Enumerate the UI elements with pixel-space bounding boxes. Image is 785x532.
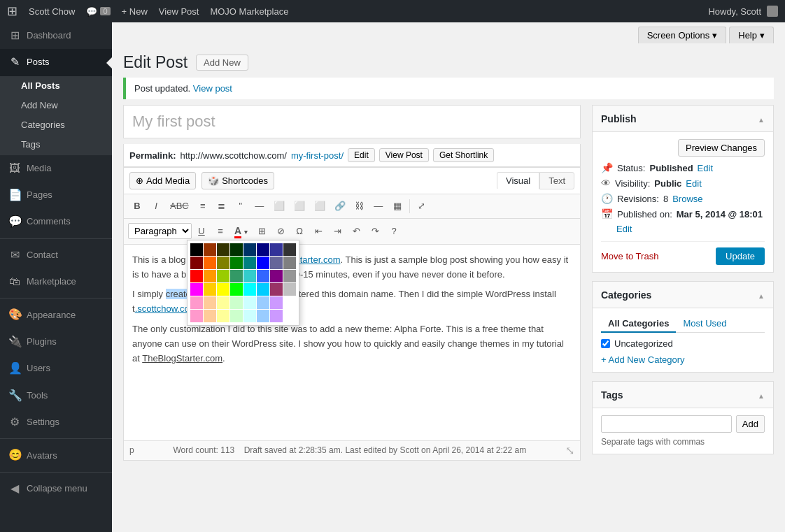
color-swatch[interactable] — [217, 310, 229, 322]
color-swatch[interactable] — [257, 283, 269, 296]
categories-metabox-header[interactable]: Categories — [593, 282, 773, 308]
move-to-trash-link[interactable]: Move to Trash — [601, 251, 658, 261]
permalink-url[interactable]: my-first-post/ — [291, 150, 344, 161]
special-chars-button[interactable]: Ω — [290, 222, 309, 240]
sidebar-item-posts[interactable]: ✎ Posts — [0, 49, 112, 76]
color-swatch[interactable] — [243, 283, 256, 296]
color-swatch[interactable] — [283, 296, 296, 309]
color-swatch[interactable] — [204, 270, 216, 282]
sidebar-item-dashboard[interactable]: ⊞ Dashboard — [0, 22, 112, 49]
color-swatch[interactable] — [270, 243, 283, 256]
sidebar-item-comments[interactable]: 💬 Comments — [0, 208, 112, 235]
color-swatch[interactable] — [230, 257, 243, 269]
adminbar-comments[interactable]: 💬 0 — [86, 6, 110, 17]
color-swatch[interactable] — [217, 243, 229, 256]
unordered-list-button[interactable]: ≡ — [194, 197, 212, 215]
color-swatch[interactable] — [204, 283, 216, 296]
color-swatch[interactable] — [230, 270, 243, 282]
screen-options-button[interactable]: Screen Options ▾ — [638, 27, 727, 43]
color-swatch[interactable] — [270, 296, 283, 309]
color-swatch[interactable] — [243, 310, 256, 322]
sidebar-item-avatars[interactable]: 😊 Avatars — [0, 442, 112, 468]
publish-metabox-header[interactable]: Publish — [593, 106, 773, 132]
color-swatch[interactable] — [190, 243, 203, 256]
redo-button[interactable]: ↷ — [366, 222, 384, 240]
color-swatch[interactable] — [243, 257, 256, 269]
align-left-button[interactable]: ⬜ — [269, 197, 289, 215]
color-swatch[interactable] — [257, 243, 269, 256]
sidebar-item-media[interactable]: 🖼 Media — [0, 155, 112, 182]
strikethrough-button[interactable]: ABC — [166, 197, 193, 215]
view-post-link[interactable]: View post — [193, 83, 232, 94]
outdent-button[interactable]: ⇤ — [309, 222, 327, 240]
view-post-button[interactable]: View Post — [379, 148, 429, 162]
preview-changes-button[interactable]: Preview Changes — [678, 139, 765, 157]
edit-date-link[interactable]: Edit — [616, 224, 632, 234]
color-swatch[interactable] — [190, 296, 203, 309]
insert-link-button[interactable]: 🔗 — [330, 197, 350, 215]
color-swatch[interactable] — [257, 296, 269, 309]
sidebar-item-appearance[interactable]: 🎨 Appearance — [0, 301, 112, 328]
color-swatch[interactable] — [230, 243, 243, 256]
color-swatch[interactable] — [270, 257, 283, 269]
color-swatch[interactable] — [217, 296, 229, 309]
text-color-button[interactable]: A ▾ — [230, 222, 252, 241]
color-swatch[interactable] — [283, 283, 296, 296]
align-center-button[interactable]: ⬜ — [290, 197, 309, 215]
sidebar-collapse[interactable]: ◀ Collapse menu — [0, 475, 112, 502]
visual-tab[interactable]: Visual — [497, 172, 539, 189]
color-swatch[interactable] — [257, 257, 269, 269]
sidebar-subitem-add-new[interactable]: Add New — [0, 96, 112, 115]
shortcodes-button[interactable]: 🎲 Shortcodes — [201, 172, 274, 189]
horizontal-rule-button[interactable]: — — [250, 197, 269, 215]
fullscreen-button[interactable]: ⤢ — [413, 197, 431, 215]
underline-button[interactable]: U — [192, 222, 211, 240]
help-button[interactable]: Help ▾ — [729, 27, 774, 43]
text-tab[interactable]: Text — [539, 172, 574, 189]
toolbar-toggle-button[interactable]: ▦ — [388, 197, 406, 215]
color-swatch[interactable] — [217, 270, 229, 282]
indent-button[interactable]: ⇥ — [328, 222, 346, 240]
sidebar-subitem-all-posts[interactable]: All Posts — [0, 76, 112, 96]
most-used-tab[interactable]: Most Used — [676, 315, 733, 333]
color-swatch[interactable] — [270, 310, 283, 322]
align-right-button[interactable]: ⬜ — [310, 197, 330, 215]
color-swatch[interactable] — [283, 257, 296, 269]
unlink-button[interactable]: ⛓ — [351, 197, 369, 215]
color-swatch[interactable] — [243, 243, 256, 256]
tags-add-button[interactable]: Add — [736, 415, 765, 433]
add-new-button[interactable]: Add New — [196, 55, 248, 71]
color-swatch[interactable] — [283, 243, 296, 256]
color-swatch[interactable] — [243, 270, 256, 282]
color-swatch[interactable] — [230, 283, 243, 296]
paragraph-select[interactable]: Paragraph Heading 1 Heading 2 Heading 3 — [128, 223, 192, 239]
adminbar-new[interactable]: + New — [122, 6, 148, 17]
color-swatch[interactable] — [204, 257, 216, 269]
color-swatch[interactable] — [270, 270, 283, 282]
sidebar-item-tools[interactable]: 🔧 Tools — [0, 382, 112, 409]
color-swatch[interactable] — [190, 270, 203, 282]
color-swatch[interactable] — [230, 310, 243, 322]
uncategorized-checkbox[interactable] — [601, 339, 610, 348]
blockquote-button[interactable]: " — [232, 197, 250, 215]
edit-visibility-link[interactable]: Edit — [686, 178, 701, 189]
color-swatch[interactable] — [257, 270, 269, 282]
adminbar-marketplace[interactable]: MOJO Marketplace — [210, 6, 288, 17]
sidebar-item-users[interactable]: 👤 Users — [0, 355, 112, 382]
sidebar-item-marketplace[interactable]: 🛍 Marketplace — [0, 268, 112, 295]
post-title-input[interactable] — [124, 106, 580, 138]
bold-button[interactable]: B — [128, 197, 146, 215]
color-swatch[interactable] — [257, 310, 269, 322]
color-swatch[interactable] — [190, 283, 203, 296]
sidebar-item-plugins[interactable]: 🔌 Plugins — [0, 329, 112, 355]
edit-status-link[interactable]: Edit — [698, 163, 713, 173]
insert-more-button[interactable]: — — [369, 197, 388, 215]
sidebar-subitem-tags[interactable]: Tags — [0, 135, 112, 154]
sidebar-item-settings[interactable]: ⚙ Settings — [0, 409, 112, 436]
color-swatch[interactable] — [283, 310, 296, 322]
color-swatch[interactable] — [204, 310, 216, 322]
paste-as-text-button[interactable]: ⊞ — [253, 222, 271, 240]
justify-button[interactable]: ≡ — [211, 222, 229, 240]
add-media-button[interactable]: ⊕ Add Media — [129, 172, 196, 189]
color-swatch[interactable] — [204, 296, 216, 309]
